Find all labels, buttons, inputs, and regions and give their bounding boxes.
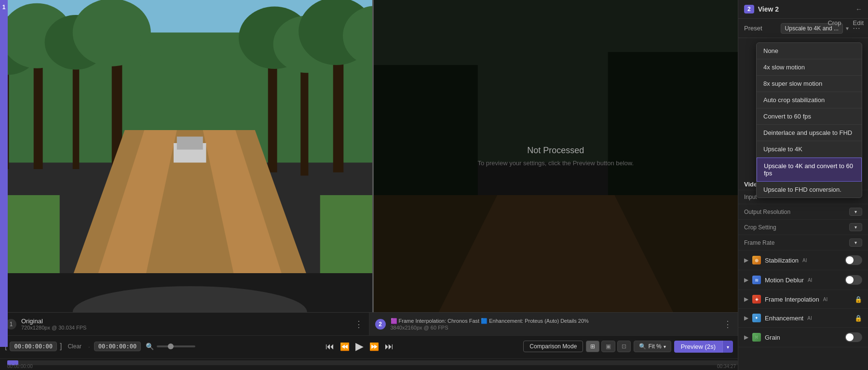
- svg-point-13: [73, 0, 151, 66]
- panel-divider[interactable]: [372, 0, 374, 312]
- zoom-slider[interactable]: [157, 345, 195, 347]
- sidebar-title: View 2: [758, 5, 779, 13]
- dropdown-item-deinterlace[interactable]: Deinterlace and upscale to FHD: [757, 125, 862, 141]
- right-video-scene: [374, 0, 738, 312]
- dropdown-item-auto-crop[interactable]: Auto crop stabilization: [757, 92, 862, 108]
- output-resolution-label: Output Resolution: [744, 209, 790, 215]
- panel-1-number: 1: [2, 4, 6, 11]
- playback-row: [ 00:00:00:00 ] Clear · 00:00:00:00 🔍 ⏮ …: [0, 336, 738, 357]
- input-label: Input: [744, 194, 757, 200]
- frame-rate-btn[interactable]: ▾: [849, 238, 862, 247]
- stabilization-expand[interactable]: ▶: [744, 257, 748, 264]
- view-side-by-side-btn[interactable]: ⊞: [586, 341, 599, 352]
- grain-toggle[interactable]: [845, 332, 862, 342]
- crop-setting-btn[interactable]: ▾: [849, 223, 862, 231]
- timecode-in[interactable]: 00:00:00:00: [10, 342, 56, 351]
- motion-deblur-left: ▶ ≋ Motion Deblur AI: [744, 276, 812, 284]
- preview-btn[interactable]: Preview (2s): [674, 341, 722, 353]
- enhancement-ai: AI: [807, 316, 812, 321]
- motion-deblur-row: ▶ ≋ Motion Deblur AI: [738, 270, 868, 290]
- stabilization-row: ▶ ⊕ Stabilization AI: [738, 251, 868, 270]
- chevron-down-icon: ▾: [664, 344, 666, 349]
- preview-dropdown-btn[interactable]: ▾: [722, 341, 733, 353]
- sidebar-header: 2 View 2 ←: [738, 0, 868, 19]
- dropdown-item-8x-slow[interactable]: 8x super slow motion: [757, 76, 862, 92]
- motion-deblur-toggle[interactable]: [845, 275, 862, 285]
- frame-interpolation-icon: ◈: [752, 295, 761, 304]
- main-area: 1: [0, 0, 868, 370]
- video-panel-right: Not Processed To preview your settings, …: [374, 0, 738, 312]
- play-btn[interactable]: ▶: [355, 340, 364, 353]
- stabilization-icon: ⊕: [752, 256, 761, 264]
- view-stacked-btn[interactable]: ▣: [601, 341, 615, 352]
- enhancement-left: ▶ ✦ Enhancement AI: [744, 314, 812, 322]
- video-panel-left: [8, 0, 372, 312]
- stabilization-ai: AI: [802, 258, 807, 263]
- timecode-out[interactable]: 00:00:00:00: [94, 342, 141, 351]
- fit-btn[interactable]: 🔍 Fit % ▾: [634, 341, 671, 352]
- skip-back-btn[interactable]: ⏮: [326, 342, 334, 352]
- zoom-icon: 🔍: [639, 343, 646, 350]
- frame-interpolation-expand[interactable]: ▶: [744, 296, 748, 303]
- frame-back-btn[interactable]: ⏪: [340, 342, 350, 351]
- motion-deblur-expand[interactable]: ▶: [744, 277, 748, 283]
- timecode-bracket-close: ]: [60, 342, 62, 351]
- stabilization-label: Stabilization: [765, 257, 799, 264]
- zoom-controls: 🔍: [146, 343, 195, 350]
- sidebar-collapse-btn[interactable]: ←: [855, 5, 862, 13]
- bottom-controls: 1 Original 720x1280px @ 30.034 FPS ⋮ 2 🟪…: [0, 312, 738, 358]
- dropdown-item-upscale-4k-60fps[interactable]: Upscale to 4K and convert to 60 fps: [757, 158, 862, 182]
- dropdown-item-upscale-fhd[interactable]: Upscale to FHD conversion.: [757, 182, 862, 198]
- clip-2-resolution: 3840x2160px @ 60 FPS: [391, 325, 719, 330]
- frame-rate-label: Frame Rate: [744, 239, 774, 246]
- frame-fwd-btn[interactable]: ⏩: [369, 342, 379, 351]
- crop-btn[interactable]: Crop: [824, 18, 845, 28]
- grain-icon: ⁙: [752, 333, 761, 342]
- crop-setting-label: Crop Setting: [744, 224, 776, 231]
- stabilization-left: ▶ ⊕ Stabilization AI: [744, 256, 807, 264]
- clip-panel-2: 2 🟪 Frame Interpolation: Chronos Fast 🟦 …: [369, 313, 738, 335]
- comparison-mode-btn[interactable]: Comparison Mode: [523, 341, 583, 352]
- output-resolution-btn[interactable]: ▾: [849, 208, 862, 216]
- enhancement-expand[interactable]: ▶: [744, 315, 748, 321]
- svg-rect-24: [177, 137, 203, 150]
- frame-interpolation-lock: 🔒: [854, 296, 862, 303]
- timeline-track[interactable]: [7, 360, 738, 365]
- clip-2-tags: 🟪 Frame Interpolation: Chronos Fast 🟦 En…: [391, 317, 719, 325]
- enhancement-icon: ✦: [752, 314, 761, 322]
- timeline-end: 00:34:27: [717, 364, 736, 369]
- clip-1-more-btn[interactable]: ⋮: [354, 319, 363, 330]
- frame-interpolation-row: ▶ ◈ Frame Interpolation AI 🔒: [738, 290, 868, 309]
- motion-deblur-label: Motion Deblur: [765, 277, 804, 284]
- dropdown-item-60fps[interactable]: Convert to 60 fps: [757, 108, 862, 125]
- motion-deblur-ai: AI: [808, 278, 812, 283]
- grain-left: ▶ ⁙ Grain: [744, 333, 780, 342]
- frame-rate-row: Frame Rate ▾: [738, 235, 868, 251]
- playback-controls: ⏮ ⏪ ▶ ⏩ ⏭: [326, 340, 393, 353]
- frame-interpolation-left: ▶ ◈ Frame Interpolation AI: [744, 295, 827, 304]
- right-sidebar: 2 View 2 ← Preset Upscale to 4K and ... …: [738, 0, 868, 370]
- crop-edit-buttons: Crop Edit: [824, 18, 868, 28]
- svg-rect-33: [374, 0, 738, 312]
- left-video-scene: [8, 0, 372, 312]
- view-buttons: ⊞ ▣ ⊡: [586, 341, 631, 352]
- dropdown-item-upscale-4k[interactable]: Upscale to 4K: [757, 141, 862, 158]
- preset-label: Preset: [744, 25, 762, 32]
- clip-1-info: Original 720x1280px @ 30.034 FPS: [21, 317, 350, 330]
- crop-setting-row: Crop Setting ▾: [738, 220, 868, 235]
- clip-2-more-btn[interactable]: ⋮: [723, 319, 732, 330]
- video-panels: Not Processed To preview your settings, …: [0, 0, 738, 312]
- skip-fwd-btn[interactable]: ⏭: [385, 342, 393, 352]
- edit-btn[interactable]: Edit: [849, 18, 868, 28]
- enhancement-label: Enhancement: [765, 315, 803, 322]
- clip-1-name: Original: [21, 317, 350, 325]
- dropdown-item-4x-slow[interactable]: 4x slow motion: [757, 59, 862, 76]
- stabilization-toggle[interactable]: [845, 255, 862, 265]
- dropdown-item-none[interactable]: None: [757, 43, 862, 59]
- timeline-start: 00:00:00:00: [7, 364, 33, 369]
- frame-interpolation-label: Frame Interpolation: [765, 296, 819, 303]
- view-overlay-btn[interactable]: ⊡: [617, 341, 631, 352]
- grain-expand[interactable]: ▶: [744, 334, 748, 341]
- enhancement-lock: 🔒: [854, 315, 862, 322]
- clear-btn[interactable]: Clear: [65, 342, 84, 351]
